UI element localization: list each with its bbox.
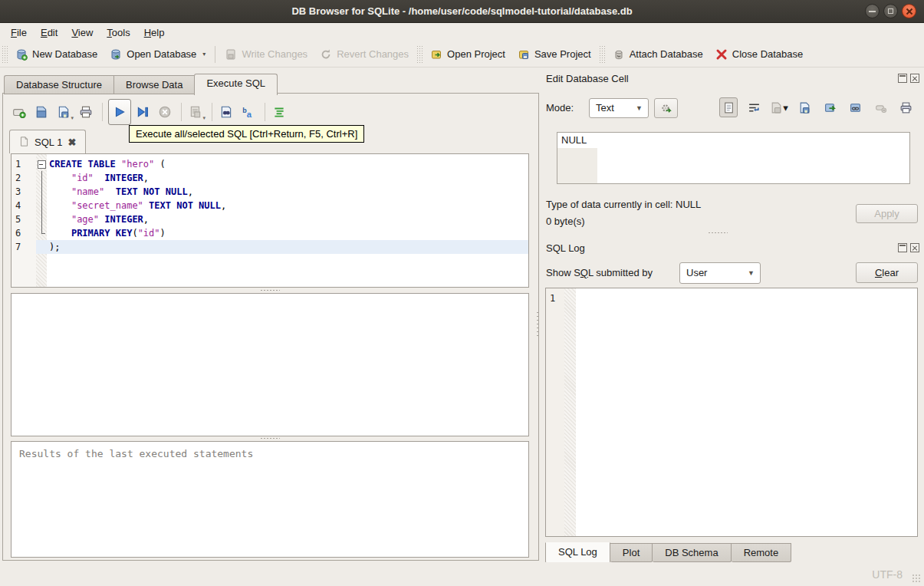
- toolbar-drag-handle[interactable]: [599, 45, 605, 64]
- import-from-file-button[interactable]: ▾: [770, 97, 788, 117]
- dock-tab-remote[interactable]: Remote: [732, 543, 792, 562]
- new-database-button[interactable]: New Database: [9, 45, 104, 64]
- close-button[interactable]: [902, 4, 916, 18]
- menu-tools[interactable]: Tools: [100, 25, 136, 41]
- editor-results-splitter[interactable]: [11, 288, 529, 293]
- maximize-button[interactable]: [883, 4, 898, 18]
- cell-editor-icon-row: ▾: [719, 97, 915, 117]
- format-sql-button[interactable]: [269, 102, 289, 122]
- svg-text:a: a: [247, 110, 252, 119]
- sql-log-area[interactable]: 1: [545, 288, 918, 537]
- editor-fold-margin[interactable]: [36, 154, 47, 287]
- open-database-dropdown-arrow[interactable]: ▾: [202, 51, 206, 58]
- sql-document-tab[interactable]: SQL 1 ✖: [9, 130, 86, 153]
- execute-sql-pane: ▾ ▾ ba SQL 1 ✖: [2, 93, 539, 561]
- save-results-dropdown-arrow[interactable]: ▾: [202, 115, 206, 121]
- close-dock-icon[interactable]: [910, 74, 919, 83]
- open-database-icon: [110, 48, 122, 61]
- cell-size-text: 0 byte(s): [546, 216, 585, 227]
- close-database-button[interactable]: Close Database: [709, 45, 810, 64]
- save-results-button[interactable]: ▾: [186, 102, 206, 122]
- new-sql-tab-button[interactable]: [9, 102, 29, 122]
- attach-database-button[interactable]: Attach Database: [607, 45, 709, 64]
- resize-grip[interactable]: [912, 574, 921, 583]
- log-text-area[interactable]: [576, 288, 917, 536]
- print-sql-button[interactable]: [76, 102, 96, 122]
- log-filter-label: Show SQL submitted by: [546, 267, 653, 278]
- results-message-area: Results of the last executed statements: [11, 441, 529, 558]
- cell-value-editor[interactable]: NULL: [557, 132, 910, 184]
- log-filter-combobox[interactable]: User ▼: [679, 262, 761, 284]
- dock-tabbar: SQL Log Plot DB Schema Remote: [545, 543, 791, 563]
- apply-button[interactable]: Apply: [856, 204, 918, 223]
- menu-edit[interactable]: Edit: [34, 25, 64, 41]
- minimize-button[interactable]: [865, 4, 880, 18]
- save-project-icon: [518, 48, 530, 61]
- sql-log-title: SQL Log: [546, 242, 898, 254]
- execute-tooltip: Execute all/selected SQL [Ctrl+Return, F…: [129, 125, 364, 143]
- open-project-icon: [430, 48, 442, 61]
- dock-tab-db-schema[interactable]: DB Schema: [653, 543, 731, 562]
- open-external-button[interactable]: [820, 97, 839, 117]
- sql-document-tab-label: SQL 1: [35, 137, 62, 148]
- tab-execute-sql[interactable]: Execute SQL: [194, 74, 278, 95]
- auto-mode-button[interactable]: [654, 98, 678, 118]
- window-controls: [865, 4, 916, 18]
- save-project-button[interactable]: Save Project: [511, 45, 597, 64]
- editor-code-area[interactable]: CREATE TABLE "hero" ( "id" INTEGER, "nam…: [47, 154, 528, 287]
- close-database-label: Close Database: [732, 48, 804, 60]
- write-changes-button[interactable]: Write Changes: [219, 45, 314, 64]
- dock-tab-sql-log[interactable]: SQL Log: [545, 542, 610, 563]
- close-sql-tab-icon[interactable]: ✖: [67, 137, 76, 148]
- tab-database-structure[interactable]: Database Structure: [4, 75, 113, 94]
- revert-changes-button[interactable]: Revert Changes: [314, 45, 415, 64]
- dock-splitter-handle[interactable]: [708, 232, 728, 234]
- log-filter-value: User: [686, 267, 707, 278]
- menu-help[interactable]: Help: [137, 25, 172, 41]
- sql-editor[interactable]: 1234567 CREATE TABLE "hero" ( "id" INTEG…: [11, 153, 529, 288]
- panel-splitter-handle[interactable]: [536, 311, 539, 338]
- toolbar-drag-handle[interactable]: [416, 45, 423, 64]
- results-grid[interactable]: [11, 293, 529, 436]
- results-placeholder-text: Results of the last executed statements: [19, 448, 253, 459]
- mode-combobox[interactable]: Text ▼: [589, 98, 649, 118]
- menu-view[interactable]: View: [64, 25, 100, 41]
- open-project-button[interactable]: Open Project: [424, 45, 511, 64]
- execute-line-button[interactable]: [133, 102, 153, 122]
- toolbar-drag-handle[interactable]: [2, 45, 8, 64]
- revert-changes-icon: [320, 48, 332, 61]
- autocomplete-button[interactable]: ba: [238, 102, 258, 122]
- link-data-button[interactable]: [846, 97, 864, 117]
- text-mode-button[interactable]: [719, 97, 738, 117]
- print-cell-button[interactable]: [896, 97, 915, 117]
- sql-log-dock-header: SQL Log: [546, 241, 919, 255]
- tab-browse-data[interactable]: Browse Data: [113, 75, 194, 94]
- find-replace-button[interactable]: [216, 102, 236, 122]
- open-project-label: Open Project: [447, 48, 505, 60]
- float-dock-icon[interactable]: [898, 243, 907, 252]
- open-database-button[interactable]: Open Database ▾: [104, 45, 212, 64]
- sql-toolbar-separator: [265, 103, 265, 121]
- set-null-button[interactable]: [871, 97, 889, 117]
- execute-all-button[interactable]: [108, 99, 131, 125]
- menu-file[interactable]: File: [4, 25, 34, 41]
- save-sql-file-button[interactable]: ▾: [54, 102, 74, 122]
- clear-log-button[interactable]: Clear: [856, 262, 918, 283]
- log-line-numbers: 1: [546, 288, 564, 536]
- dock-tab-plot[interactable]: Plot: [610, 543, 653, 562]
- close-dock-icon[interactable]: [910, 243, 919, 252]
- stop-execution-button[interactable]: [155, 102, 175, 122]
- word-wrap-button[interactable]: [745, 97, 763, 117]
- right-panel: Edit Database Cell Mode: Text ▼ ▾: [541, 67, 924, 562]
- titlebar: DB Browser for SQLite - /home/user/code/…: [0, 0, 924, 23]
- log-fold-margin: [564, 288, 576, 536]
- cell-editor-margin: [557, 148, 597, 183]
- open-sql-file-button[interactable]: [31, 102, 51, 122]
- new-database-icon: [15, 48, 28, 61]
- auto-mode-gear-icon: [660, 102, 672, 114]
- sql-toolbar: ▾ ▾ ba: [9, 98, 291, 126]
- float-dock-icon[interactable]: [898, 74, 907, 83]
- export-to-file-button[interactable]: [795, 97, 814, 117]
- results-message-splitter[interactable]: [11, 436, 529, 441]
- save-sql-dropdown-arrow[interactable]: ▾: [71, 115, 74, 121]
